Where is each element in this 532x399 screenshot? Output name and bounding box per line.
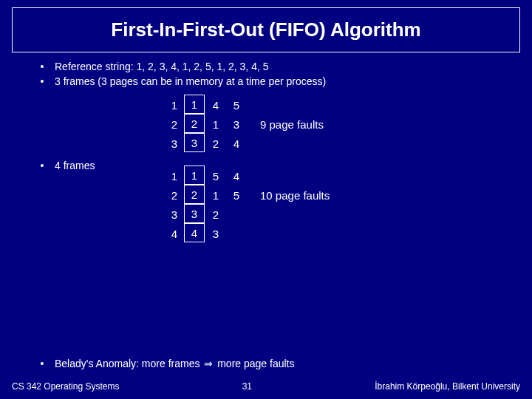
bullet-ref-string: • Reference string: 1, 2, 3, 4, 1, 2, 5,… (30, 60, 502, 73)
belady-part-a: Belady's Anomaly: more frames (55, 358, 202, 369)
bullet-dot-icon: • (30, 358, 55, 369)
table-cell: 5 (226, 95, 247, 115)
annotation (247, 134, 502, 153)
row-label: 2 (164, 185, 185, 205)
table-cell: 4 (205, 95, 226, 115)
annotation-faults: 10 page faults (247, 185, 502, 205)
footer-course: CS 342 Operating Systems (12, 381, 119, 392)
annotation-faults: 9 page faults (247, 115, 502, 134)
row-label: 4 (164, 224, 185, 243)
table-grid: 1 1 4 5 2 2 1 3 9 page faults 3 3 2 4 (164, 95, 502, 153)
table-cell: 2 (205, 205, 226, 224)
row-label: 1 (164, 95, 185, 115)
table-cell (226, 205, 247, 224)
slide-title: First-In-First-Out (FIFO) Algorithm (13, 18, 519, 41)
table-cell: 3 (184, 204, 205, 223)
table-cell: 1 (205, 115, 226, 134)
bullet-dot-icon: • (30, 60, 55, 73)
table-cell: 2 (205, 134, 226, 153)
table-cell: 2 (184, 185, 205, 204)
annotation (247, 205, 502, 224)
bullet-text: Reference string: 1, 2, 3, 4, 1, 2, 5, 1… (55, 60, 502, 73)
table-cell: 5 (226, 185, 247, 205)
content-area: • Reference string: 1, 2, 3, 4, 1, 2, 5,… (0, 52, 532, 243)
table-cell: 4 (226, 166, 247, 185)
table-4-frames: 1 1 5 4 2 2 1 5 10 page faults 3 3 2 4 4… (30, 166, 502, 243)
belady-part-b: more page faults (214, 358, 294, 369)
footer-author: İbrahim Körpeoğlu, Bilkent University (375, 381, 520, 392)
table-cell: 3 (184, 133, 205, 152)
implies-icon: ⇒ (202, 358, 214, 369)
table-cell: 2 (184, 114, 205, 133)
bullet-belady-anomaly: • Belady's Anomaly: more frames ⇒ more p… (30, 358, 294, 369)
bullet-text: 3 frames (3 pages can be in memory at a … (55, 75, 502, 88)
table-cell (226, 224, 247, 243)
bullet-dot-icon: • (30, 160, 55, 171)
footer: CS 342 Operating Systems 31 İbrahim Körp… (12, 381, 520, 392)
table-cell: 4 (184, 223, 205, 242)
row-label: 1 (164, 166, 185, 185)
footer-page-number: 31 (119, 381, 375, 392)
belady-text: Belady's Anomaly: more frames ⇒ more pag… (55, 358, 294, 369)
table-cell: 1 (205, 185, 226, 205)
table-cell: 3 (205, 224, 226, 243)
annotation (247, 95, 502, 115)
bullet-text: 4 frames (55, 160, 95, 171)
table-cell: 3 (226, 115, 247, 134)
annotation (247, 166, 502, 185)
bullet-3-frames: • 3 frames (3 pages can be in memory at … (30, 75, 502, 88)
annotation (247, 224, 502, 243)
bullet-4-frames: • 4 frames (30, 160, 95, 171)
table-cell: 4 (226, 134, 247, 153)
title-box: First-In-First-Out (FIFO) Algorithm (12, 7, 520, 52)
table-3-frames: 1 1 4 5 2 2 1 3 9 page faults 3 3 2 4 (30, 95, 502, 153)
table-cell: 1 (184, 166, 205, 185)
row-label: 3 (164, 134, 185, 153)
table-cell: 5 (205, 166, 226, 185)
bullet-dot-icon: • (30, 75, 55, 88)
row-label: 2 (164, 115, 185, 134)
row-label: 3 (164, 205, 185, 224)
table-cell: 1 (184, 95, 205, 114)
table-grid: 1 1 5 4 2 2 1 5 10 page faults 3 3 2 4 4… (164, 166, 502, 243)
